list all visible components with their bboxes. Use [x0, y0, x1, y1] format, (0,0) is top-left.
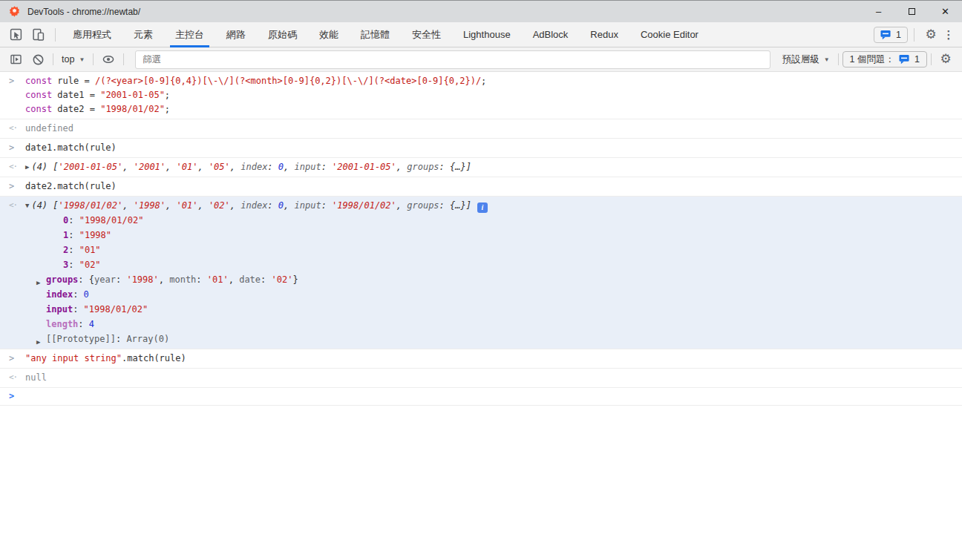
console-settings-button[interactable]: ⚙ [935, 49, 956, 70]
code-token: , [197, 162, 208, 172]
tab-security[interactable]: 安全性 [401, 22, 452, 47]
console-command-row: >const rule = /(?<year>[0-9]{0,4})[\-\/]… [0, 72, 962, 119]
toolbar-divider [93, 53, 94, 65]
code-token: ; [165, 104, 170, 114]
more-options-button[interactable]: ⋮ [941, 24, 956, 45]
tab-network[interactable]: 網路 [215, 22, 257, 47]
show-console-sidebar-button[interactable] [4, 49, 27, 70]
javascript-context-selector[interactable]: top ▼ [57, 54, 89, 65]
code-token: month [169, 274, 196, 285]
filter-input[interactable] [135, 50, 770, 69]
code-token: "2001-01-05" [100, 90, 165, 100]
code-token: , [230, 200, 240, 211]
tab-lighthouse[interactable]: Lighthouse [452, 22, 522, 47]
toolbar-divider [123, 53, 124, 65]
command-chevron-icon: > [9, 76, 14, 86]
code-token: , [230, 162, 240, 172]
code-token: , [166, 200, 176, 211]
code-token: "02" [79, 260, 101, 270]
code-token: Array(0) [126, 334, 169, 344]
code-token: : [68, 245, 79, 255]
code-token: : [68, 260, 79, 270]
tab-elements[interactable]: 元素 [122, 22, 164, 47]
issues-button[interactable]: 1 個問題： 1 [842, 51, 927, 67]
code-line: undefined [25, 122, 944, 136]
code-token: '01' [207, 274, 229, 285]
create-live-expression-button[interactable] [97, 49, 120, 70]
window-title: DevTools - chrome://newtab/ [27, 7, 140, 17]
object-property-row: input: "1998/01/02" [25, 302, 944, 317]
eye-icon [102, 53, 115, 65]
expand-arrow-icon[interactable]: ▼ [25, 202, 29, 209]
command-chevron-icon: > [9, 142, 14, 153]
code-line: date1.match(rule) [25, 141, 944, 155]
log-levels-selector[interactable]: 預設層級 ▼ [778, 53, 834, 66]
close-button[interactable]: ✕ [929, 1, 962, 23]
issues-chat-icon [880, 30, 891, 40]
context-label: top [62, 54, 74, 65]
code-token: '1998/01/02' [59, 200, 123, 211]
toggle-device-toolbar-button[interactable] [27, 24, 49, 45]
result-arrow-icon: <· [9, 372, 17, 382]
code-token: : [116, 334, 126, 344]
tab-memory[interactable]: 記憶體 [350, 22, 401, 47]
maximize-button[interactable] [895, 1, 929, 23]
code-token: , [122, 162, 133, 172]
code-token: , [396, 200, 407, 211]
code-token: : [267, 162, 278, 172]
expand-arrow-icon[interactable]: ▶ [25, 163, 29, 171]
tab-performance[interactable]: 效能 [308, 22, 350, 47]
code-token: : [73, 289, 83, 300]
console-command-row: >date1.match(rule) [0, 138, 962, 157]
code-token: } [292, 274, 298, 285]
tab-console[interactable]: 主控台 [164, 22, 215, 47]
code-token: , [122, 200, 133, 211]
code-token: : [196, 274, 206, 285]
code-token: year [94, 274, 116, 285]
minimize-button[interactable]: – [862, 1, 895, 23]
inspect-element-button[interactable] [4, 24, 27, 45]
settings-button[interactable]: ⚙ [920, 24, 941, 45]
tab-sources[interactable]: 原始碼 [257, 22, 308, 47]
code-token: , [166, 162, 176, 172]
inspect-cursor-icon [10, 28, 22, 41]
code-token: : [267, 200, 278, 211]
info-icon[interactable]: i [477, 202, 488, 213]
code-token: : {…}] [439, 162, 471, 172]
code-token: : [78, 319, 88, 329]
code-token: (4) [ [31, 162, 58, 172]
issues-label: 1 個問題： [850, 53, 894, 66]
code-token: 4 [89, 319, 94, 329]
device-toolbar-icon [32, 28, 45, 41]
tab-application[interactable]: 應用程式 [62, 22, 122, 47]
code-token: 0 [84, 289, 89, 300]
code-token: date2 = [57, 104, 100, 114]
code-token: const [25, 76, 57, 86]
console-command-row: >date2.match(rule) [0, 177, 962, 196]
console-result-row: <·▼(4) ['1998/01/02', '1998', '01', '02'… [0, 196, 962, 349]
tab-redux[interactable]: Redux [579, 22, 629, 47]
code-token: : [68, 230, 79, 240]
clear-console-button[interactable] [27, 49, 49, 70]
command-chevron-icon: > [9, 353, 14, 363]
maximize-icon [909, 8, 915, 15]
code-token: '01' [177, 200, 198, 211]
code-line: ▶(4) ['2001-01-05', '2001', '01', '05', … [25, 160, 944, 174]
console-prompt-row[interactable]: > [0, 387, 962, 406]
console-messages[interactable]: >const rule = /(?<year>[0-9]{0,4})[\-\/]… [0, 72, 962, 560]
code-token: groups [407, 200, 439, 211]
code-token: index [240, 200, 267, 211]
code-token: : { [78, 274, 94, 285]
code-token: 0 [278, 200, 284, 211]
toolbar-divider [931, 53, 932, 65]
code-token: rule = [57, 76, 95, 86]
code-token: '1998/01/02' [332, 200, 396, 211]
code-token: '1998' [126, 274, 158, 285]
tab-adblock[interactable]: AdBlock [522, 22, 580, 47]
tab-cookie-editor[interactable]: Cookie Editor [629, 22, 710, 47]
code-line: null [25, 371, 944, 385]
expand-arrow-icon[interactable]: ▶ [36, 335, 40, 349]
code-token: : [261, 274, 271, 285]
result-arrow-icon: <· [9, 123, 17, 133]
issues-count-badge[interactable]: 1 [874, 27, 908, 43]
